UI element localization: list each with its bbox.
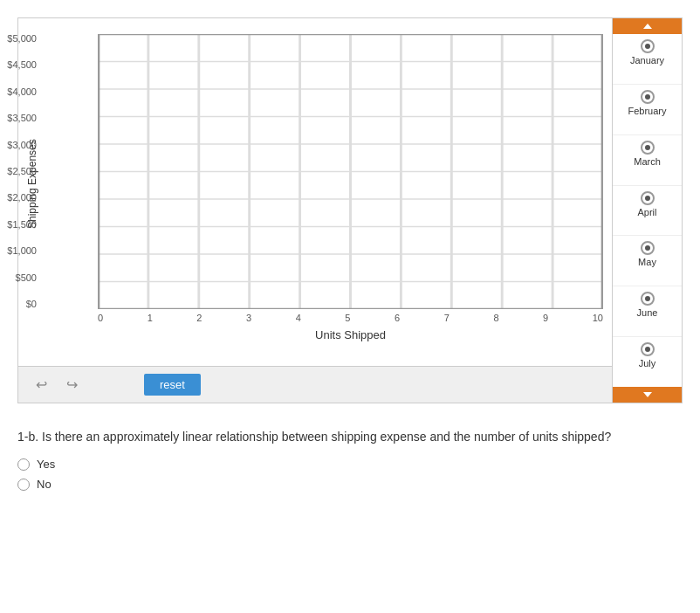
y-label: $1,000 [0,246,37,256]
month-radio [641,191,655,205]
scroll-up-button[interactable] [613,18,682,34]
month-label: January [630,55,664,65]
x-label: 9 [543,313,548,323]
y-label: $5,000 [0,34,37,44]
undo-button[interactable]: ↩ [31,375,52,395]
scroll-down-button[interactable] [613,387,682,403]
y-label: $500 [0,273,37,283]
radio-option[interactable]: Yes [17,458,683,471]
month-label: June [637,307,658,318]
x-label: 3 [246,313,251,323]
y-labels: $0$500$1,000$1,500$2,000$2,500$3,000$3,5… [0,34,37,309]
y-label: $3,500 [0,114,37,123]
question-section: 1-b. Is there an approximately linear re… [0,403,700,506]
y-label: $4,000 [0,87,37,97]
y-label: $4,500 [0,60,37,70]
month-radio [641,90,655,104]
scroll-up-icon [642,23,653,30]
x-label: 5 [345,313,350,323]
x-axis-label: Units Shipped [98,328,603,341]
radio-option-label: Yes [37,458,55,471]
month-item[interactable]: July [613,337,682,387]
x-label: 2 [196,313,202,323]
radio-circle[interactable] [17,458,30,471]
radio-circle[interactable] [17,479,30,491]
y-label: $2,000 [0,193,37,203]
redo-button[interactable]: ↪ [61,375,83,395]
svg-marker-24 [643,392,652,397]
month-label: May [638,257,656,267]
month-radio [641,292,655,306]
question-text: 1-b. Is there an approximately linear re… [17,430,683,444]
y-label: $3,000 [0,141,37,150]
months-list: JanuaryFebruaryMarchAprilMayJuneJuly [613,34,682,387]
month-label: July [639,358,656,368]
main-container: Shipping Expenses $0$500$1,000$1,500$2,0… [0,0,700,613]
month-item[interactable]: March [613,135,682,186]
reset-button[interactable]: reset [144,374,201,396]
controls-bar: ↩ ↪ reset [17,367,613,403]
radio-option-label: No [37,478,51,491]
chart-plot-area[interactable] [98,34,603,309]
month-radio [641,241,655,255]
svg-marker-23 [643,24,652,29]
x-label: 0 [98,313,103,323]
options-container: YesNo [17,458,683,491]
x-axis-area: 012345678910 Units Shipped [98,309,603,341]
x-label: 6 [395,313,400,323]
month-label: March [634,156,661,167]
x-label: 8 [493,313,498,323]
y-label: $1,500 [0,220,37,230]
radio-option[interactable]: No [17,478,683,491]
x-label: 1 [148,313,153,323]
x-label: 7 [444,313,450,323]
chart-content: $0$500$1,000$1,500$2,000$2,500$3,000$3,5… [41,27,603,341]
month-sidebar: JanuaryFebruaryMarchAprilMayJuneJuly [613,17,683,403]
month-radio [641,141,655,155]
month-item[interactable]: April [613,186,682,237]
chart-grid [98,34,603,309]
y-label: $2,500 [0,167,37,176]
month-radio [641,39,655,53]
chart-area: Shipping Expenses $0$500$1,000$1,500$2,0… [17,17,613,367]
month-label: April [637,207,656,217]
scroll-down-icon [642,391,653,398]
month-label: February [628,106,666,116]
month-radio [641,342,655,356]
x-labels: 012345678910 [98,309,603,323]
chart-section: Shipping Expenses $0$500$1,000$1,500$2,0… [0,9,700,403]
month-item[interactable]: June [613,286,682,337]
month-item[interactable]: February [613,85,682,135]
x-label: 4 [296,313,301,323]
x-label: 10 [593,313,603,323]
month-item[interactable]: May [613,236,682,286]
month-item[interactable]: January [613,34,682,85]
y-label: $0 [0,300,37,309]
